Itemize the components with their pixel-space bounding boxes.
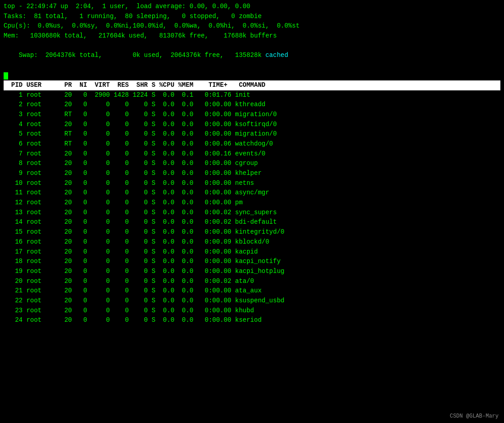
table-row: 11 root 20 0 0 0 0 S 0.0 0.0 0:00.00 asy… — [4, 188, 500, 198]
table-row: 24 root 20 0 0 0 0 S 0.0 0.0 0:00.00 kse… — [4, 315, 500, 325]
table-row: 15 root 20 0 0 0 0 S 0.0 0.0 0:00.00 kin… — [4, 227, 500, 237]
top-header-line4: Mem: 1030680k total, 217604k used, 81307… — [4, 31, 500, 41]
table-row: 14 root 20 0 0 0 0 S 0.0 0.0 0:00.02 bdi… — [4, 217, 500, 227]
table-row: 17 root 20 0 0 0 0 S 0.0 0.0 0:00.00 kac… — [4, 247, 500, 257]
table-row: 3 root RT 0 0 0 0 S 0.0 0.0 0:00.00 migr… — [4, 110, 500, 120]
table-row: 20 root 20 0 0 0 0 S 0.0 0.0 0:00.02 ata… — [4, 277, 500, 287]
cursor-block — [4, 72, 8, 80]
table-row: 23 root 20 0 0 0 0 S 0.0 0.0 0:00.00 khu… — [4, 306, 500, 316]
table-row: 9 root 20 0 0 0 0 S 0.0 0.0 0:00.00 khel… — [4, 169, 500, 179]
process-table: 1 root 20 0 2900 1428 1224 S 0.0 0.1 0:0… — [4, 90, 500, 326]
table-row: 8 root 20 0 0 0 0 S 0.0 0.0 0:00.00 cgro… — [4, 159, 500, 169]
table-row: 12 root 20 0 0 0 0 S 0.0 0.0 0:00.00 pm — [4, 198, 500, 208]
table-row: 18 root 20 0 0 0 0 S 0.0 0.0 0:00.00 kac… — [4, 257, 500, 267]
cursor-line — [4, 71, 500, 80]
watermark: CSDN @GLAB-Mary — [450, 413, 499, 419]
table-row: 13 root 20 0 0 0 0 S 0.0 0.0 0:00.02 syn… — [4, 208, 500, 218]
cached-highlight: cached — [266, 52, 288, 59]
table-row: 16 root 20 0 0 0 0 S 0.0 0.0 0:00.09 kbl… — [4, 237, 500, 247]
table-row: 19 root 20 0 0 0 0 S 0.0 0.0 0:00.00 kac… — [4, 267, 500, 277]
table-row: 1 root 20 0 2900 1428 1224 S 0.0 0.1 0:0… — [4, 90, 500, 100]
top-header-line3: Cpu(s): 0.0%us, 0.0%sy, 0.0%ni,100.0%id,… — [4, 21, 500, 31]
table-header: PID USER PR NI VIRT RES SHR S %CPU %MEM … — [4, 80, 500, 90]
top-header-line1: top - 22:49:47 up 2:04, 1 user, load ave… — [4, 2, 500, 12]
table-row: 10 root 20 0 0 0 0 S 0.0 0.0 0:00.00 net… — [4, 179, 500, 188]
swap-line-prefix: Swap: 2064376k total, 0k used, 2064376k … — [19, 52, 266, 59]
terminal-window: top - 22:49:47 up 2:04, 1 user, load ave… — [0, 0, 504, 423]
table-row: 5 root RT 0 0 0 0 S 0.0 0.0 0:00.00 migr… — [4, 129, 500, 139]
table-row: 7 root 20 0 0 0 0 S 0.0 0.0 0:00.16 even… — [4, 149, 500, 159]
table-row: 6 root RT 0 0 0 0 S 0.0 0.0 0:00.06 watc… — [4, 139, 500, 149]
top-header-line2: Tasks: 81 total, 1 running, 80 sleeping,… — [4, 12, 500, 22]
table-row: 2 root 20 0 0 0 0 S 0.0 0.0 0:00.00 kthr… — [4, 100, 500, 110]
top-header-line5: Swap: 2064376k total, 0k used, 2064376k … — [4, 41, 500, 70]
table-row: 21 root 20 0 0 0 0 S 0.0 0.0 0:00.00 ata… — [4, 286, 500, 296]
table-row: 4 root 20 0 0 0 0 S 0.0 0.0 0:00.00 ksof… — [4, 120, 500, 130]
table-row: 22 root 20 0 0 0 0 S 0.0 0.0 0:00.00 ksu… — [4, 296, 500, 306]
